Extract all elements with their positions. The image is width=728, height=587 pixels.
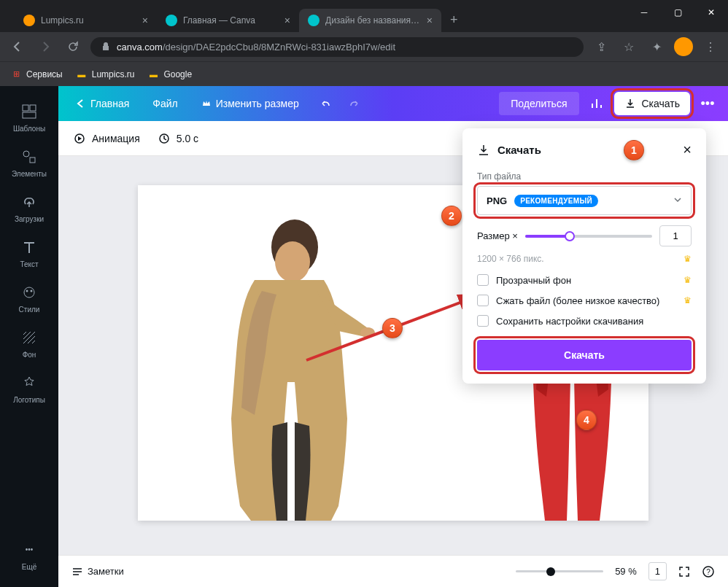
- sidebar-background[interactable]: Фон: [0, 321, 58, 366]
- resize-button[interactable]: Изменить размер: [193, 92, 308, 115]
- size-label: Размер ×: [477, 230, 518, 241]
- bookmark-lumpics[interactable]: ▬Lumpics.ru: [76, 69, 135, 80]
- tab-lumpics[interactable]: Lumpics.ru ×: [15, 9, 157, 32]
- tab-canva-home[interactable]: Главная — Canva ×: [157, 9, 299, 32]
- favicon-icon: [308, 15, 320, 26]
- callout-4: 4: [576, 410, 597, 430]
- sidebar-uploads[interactable]: Загрузки: [0, 185, 58, 230]
- save-settings-checkbox[interactable]: Сохранить настройки скачивания: [477, 315, 692, 327]
- sidebar-elements[interactable]: Элементы: [0, 140, 58, 185]
- back-button[interactable]: [7, 36, 28, 57]
- clock-icon: [158, 132, 171, 145]
- crown-icon: ♛: [684, 275, 692, 285]
- notes-button[interactable]: Заметки: [71, 566, 124, 578]
- menu-button[interactable]: ⋮: [700, 36, 721, 57]
- bookmark-button[interactable]: ☆: [619, 36, 639, 57]
- sidebar-styles[interactable]: Стили: [0, 276, 58, 321]
- browser-tabs: Lumpics.ru × Главная — Canva × Дизайн бе…: [0, 7, 728, 32]
- sidebar-text[interactable]: Текст: [0, 230, 58, 276]
- fullscreen-button[interactable]: [678, 566, 690, 578]
- minimize-button[interactable]: ─: [627, 0, 661, 25]
- download-panel: Скачать × Тип файла PNG РЕКОМЕНДУЕМЫЙ Ра…: [462, 128, 706, 384]
- lock-icon: [101, 42, 111, 52]
- favicon-icon: [23, 15, 35, 26]
- callout-1: 1: [624, 140, 644, 160]
- transparent-bg-checkbox[interactable]: Прозрачный фон♛: [477, 274, 692, 286]
- bookmarks-bar: ⊞Сервисы ▬Lumpics.ru ▬Google: [0, 61, 728, 86]
- insights-button[interactable]: [585, 92, 608, 115]
- compress-checkbox[interactable]: Сжать файл (более низкое качество)♛: [477, 295, 692, 306]
- close-panel-button[interactable]: ×: [683, 141, 692, 158]
- file-button[interactable]: Файл: [144, 92, 186, 115]
- size-slider[interactable]: [525, 235, 652, 238]
- download-icon: [477, 144, 490, 157]
- sidebar-more[interactable]: •••Ещё: [0, 533, 58, 578]
- svg-text:?: ?: [706, 568, 710, 576]
- download-button[interactable]: Скачать: [614, 92, 691, 115]
- favicon-icon: [166, 15, 177, 26]
- download-icon: [624, 98, 636, 109]
- callout-3: 3: [382, 318, 403, 338]
- editor-topbar: Главная Файл Изменить размер Поделиться …: [58, 86, 728, 121]
- sidebar-templates[interactable]: Шаблоны: [0, 95, 58, 140]
- editor-sidebar: Шаблоны Элементы Загрузки Текст Стили Фо…: [0, 86, 58, 587]
- animation-button[interactable]: Анимация: [73, 132, 140, 145]
- dimensions-text: 1200 × 766 пикс.: [477, 254, 544, 264]
- duration-button[interactable]: 5.0 с: [158, 132, 198, 145]
- size-input[interactable]: 1: [659, 225, 692, 246]
- chevron-down-icon: [673, 194, 682, 207]
- svg-rect-2: [23, 112, 36, 118]
- svg-point-6: [26, 289, 28, 292]
- svg-point-7: [31, 289, 33, 292]
- sidebar-logos[interactable]: Логотипы: [0, 366, 58, 411]
- new-tab-button[interactable]: +: [441, 8, 467, 32]
- svg-point-11: [275, 241, 310, 282]
- zoom-slider[interactable]: [516, 570, 603, 572]
- close-icon[interactable]: ×: [427, 15, 433, 26]
- bookmark-services[interactable]: ⊞Сервисы: [10, 69, 63, 80]
- bookmark-google[interactable]: ▬Google: [147, 69, 192, 80]
- close-icon[interactable]: ×: [284, 15, 290, 26]
- redo-button[interactable]: [343, 92, 366, 115]
- extensions-button[interactable]: ✦: [646, 36, 667, 57]
- crown-icon: ♛: [684, 295, 692, 306]
- close-window-button[interactable]: ✕: [694, 0, 728, 25]
- address-bar: canva.com/design/DAE2pdcCbu8/8MZnRWci-83…: [0, 32, 728, 61]
- recommended-badge: РЕКОМЕНДУЕМЫЙ: [514, 195, 598, 207]
- profile-avatar[interactable]: [674, 37, 693, 56]
- svg-point-12: [360, 327, 375, 338]
- bottom-bar: Заметки 59 % 1 ?: [58, 555, 728, 587]
- svg-point-5: [24, 287, 34, 298]
- crown-icon: ♛: [684, 254, 692, 264]
- person-left-image: [167, 207, 379, 521]
- undo-button[interactable]: [314, 92, 337, 115]
- svg-rect-1: [30, 105, 36, 111]
- svg-rect-4: [30, 158, 35, 163]
- forward-button[interactable]: [35, 36, 55, 57]
- zoom-value[interactable]: 59 %: [615, 566, 637, 577]
- reload-button[interactable]: [63, 36, 83, 57]
- tab-canva-design[interactable]: Дизайн без названия — 1200 ×: [299, 9, 441, 32]
- close-icon[interactable]: ×: [142, 15, 148, 26]
- crown-icon: [201, 98, 212, 109]
- file-type-label: Тип файла: [477, 171, 692, 182]
- svg-rect-0: [23, 105, 28, 111]
- panel-title: Скачать: [497, 144, 675, 156]
- callout-2: 2: [441, 206, 462, 226]
- page-count[interactable]: 1: [648, 562, 667, 580]
- maximize-button[interactable]: ▢: [661, 0, 694, 25]
- download-confirm-button[interactable]: Скачать: [477, 340, 692, 370]
- file-type-select[interactable]: PNG РЕКОМЕНДУЕМЫЙ: [477, 186, 692, 215]
- notes-icon: [71, 566, 83, 578]
- svg-point-3: [23, 151, 29, 157]
- share-button[interactable]: Поделиться: [499, 92, 578, 115]
- home-button[interactable]: Главная: [67, 92, 138, 115]
- share-url-button[interactable]: ⇪: [591, 36, 611, 57]
- url-input[interactable]: canva.com/design/DAE2pdcCbu8/8MZnRWci-83…: [90, 37, 584, 57]
- more-button[interactable]: •••: [696, 92, 719, 115]
- help-button[interactable]: ?: [702, 565, 715, 578]
- animation-icon: [73, 132, 86, 145]
